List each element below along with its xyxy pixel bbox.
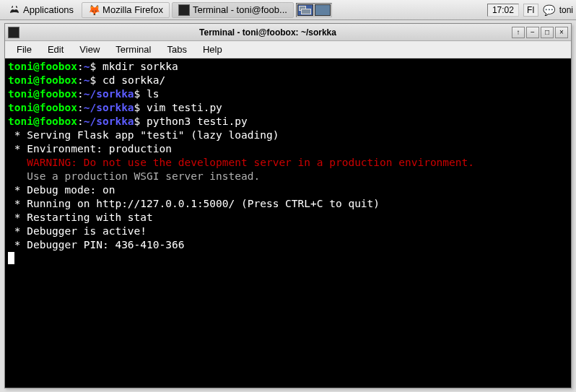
output-line: * Restarting with stat xyxy=(8,212,153,223)
cmd: ls xyxy=(147,88,159,100)
prompt-dollar: $ xyxy=(90,61,102,72)
applications-label: Applications xyxy=(23,4,74,15)
user-label[interactable]: toni xyxy=(559,5,573,15)
notification-icon[interactable]: 💬 xyxy=(543,4,555,16)
taskbar: Applications 🦊 Mozilla Firefox Terminal … xyxy=(0,0,576,20)
prompt-sep: : xyxy=(77,116,84,127)
prompt-path: ~ xyxy=(84,61,90,72)
output-line: * Debugger PIN: 436-410-366 xyxy=(8,239,184,251)
prompt-dollar: $ xyxy=(134,88,147,100)
keyboard-layout[interactable]: FI xyxy=(523,4,538,17)
taskbar-item-terminal[interactable]: Terminal - toni@foob... xyxy=(172,2,294,18)
prompt-path: ~ xyxy=(84,74,90,86)
window-title: Terminal - toni@foobox: ~/sorkka xyxy=(24,27,512,38)
menu-file[interactable]: File xyxy=(9,43,39,56)
prompt-path: ~/sorkka xyxy=(84,102,134,113)
prompt-dollar: $ xyxy=(134,116,147,127)
terminal-icon xyxy=(178,4,190,16)
terminal-task-label: Terminal - toni@foob... xyxy=(193,4,287,15)
menu-edit[interactable]: Edit xyxy=(40,43,71,56)
window-buttons: ↑ − □ × xyxy=(512,27,568,38)
applications-menu[interactable]: Applications xyxy=(3,2,79,18)
menu-terminal[interactable]: Terminal xyxy=(108,43,158,56)
output-line: * Debug mode: on xyxy=(8,184,115,196)
stick-button[interactable]: ↑ xyxy=(512,27,525,38)
minimize-button[interactable]: − xyxy=(526,27,539,38)
clock[interactable]: 17:02 xyxy=(487,4,519,17)
prompt-sep: : xyxy=(77,61,84,72)
output-line: * Debugger is active! xyxy=(8,225,147,237)
workspace-1[interactable] xyxy=(297,4,313,16)
taskbar-right: 17:02 FI 💬 toni xyxy=(487,4,573,17)
xfce-mouse-icon xyxy=(9,4,20,16)
menubar: File Edit View Terminal Tabs Help xyxy=(5,41,571,58)
terminal-window: Terminal - toni@foobox: ~/sorkka ↑ − □ ×… xyxy=(4,23,572,388)
cmd: cd sorkka/ xyxy=(102,74,165,86)
workspace-pager[interactable] xyxy=(296,3,332,17)
prompt-userhost: toni@foobox xyxy=(8,102,77,113)
terminal-cursor xyxy=(8,252,14,264)
output-line: * Running on http://127.0.0.1:5000/ (Pre… xyxy=(8,198,380,209)
prompt-userhost: toni@foobox xyxy=(8,116,77,127)
prompt-dollar: $ xyxy=(90,74,102,86)
prompt-path: ~/sorkka xyxy=(84,88,134,100)
output-line: Use a production WSGI server instead. xyxy=(8,170,260,182)
prompt-sep: : xyxy=(77,74,84,86)
prompt-sep: : xyxy=(77,88,84,100)
prompt-userhost: toni@foobox xyxy=(8,61,77,72)
firefox-label: Mozilla Firefox xyxy=(102,4,163,15)
window-icon xyxy=(8,27,19,38)
window-titlebar[interactable]: Terminal - toni@foobox: ~/sorkka ↑ − □ × xyxy=(5,24,571,41)
terminal-content[interactable]: toni@foobox:~$ mkdir sorkka toni@foobox:… xyxy=(5,58,571,388)
prompt-userhost: toni@foobox xyxy=(8,74,77,86)
prompt-path: ~/sorkka xyxy=(84,116,134,127)
close-button[interactable]: × xyxy=(555,27,568,38)
cmd: mkdir sorkka xyxy=(102,61,178,72)
menu-help[interactable]: Help xyxy=(196,43,230,56)
output-line: * Serving Flask app "testi" (lazy loadin… xyxy=(8,129,279,141)
prompt-dollar: $ xyxy=(134,102,147,113)
prompt-userhost: toni@foobox xyxy=(8,88,77,100)
cmd: python3 testi.py xyxy=(147,116,248,127)
workspace-2[interactable] xyxy=(315,4,331,16)
maximize-button[interactable]: □ xyxy=(541,27,554,38)
prompt-sep: : xyxy=(77,102,84,113)
firefox-icon: 🦊 xyxy=(88,4,100,16)
taskbar-item-firefox[interactable]: 🦊 Mozilla Firefox xyxy=(82,2,170,18)
cmd: vim testi.py xyxy=(147,102,222,113)
menu-tabs[interactable]: Tabs xyxy=(160,43,193,56)
output-warning: WARNING: Do not use the development serv… xyxy=(8,157,474,168)
menu-view[interactable]: View xyxy=(72,43,107,56)
output-line: * Environment: production xyxy=(8,143,172,154)
